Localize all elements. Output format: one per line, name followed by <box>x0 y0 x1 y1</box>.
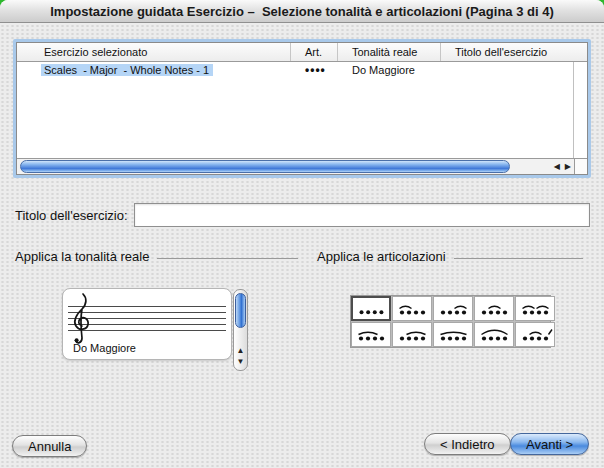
articulation-option[interactable] <box>351 296 391 321</box>
row-tonalita: Do Maggiore <box>338 64 441 76</box>
section-divider <box>454 258 583 259</box>
table-header: Esercizio selezionato Art. Tonalità real… <box>17 43 587 62</box>
cancel-button[interactable]: Annulla <box>12 435 87 457</box>
apply-key-section-label: Applica la tonalità reale <box>15 249 149 264</box>
horizontal-scrollbar[interactable]: ◀ ▶ <box>17 158 587 174</box>
articulation-option[interactable] <box>474 296 514 321</box>
column-header-titolo[interactable]: Titolo dell'esercizio <box>441 43 587 61</box>
scroll-right-icon[interactable]: ▶ <box>565 162 571 171</box>
articulation-grid <box>350 295 551 348</box>
scroll-left-icon[interactable]: ◀ <box>554 162 560 171</box>
wizard-window: Impostazione guidata Esercizio – Selezio… <box>0 0 604 468</box>
table-row[interactable]: Scales - Major - Whole Notes - 1 •••• Do… <box>17 62 587 78</box>
articulation-option[interactable] <box>351 322 391 347</box>
selected-exercise-name[interactable]: Scales - Major - Whole Notes - 1 <box>41 64 213 76</box>
table-gutter-divider <box>573 62 574 160</box>
exercise-title-label: Titolo dell'esercizio: <box>15 208 134 223</box>
scroll-up-icon[interactable]: ▲ <box>234 347 247 355</box>
table-body: Scales - Major - Whole Notes - 1 •••• Do… <box>17 62 587 160</box>
apply-articulations-section-label: Applica le articolazioni <box>317 249 446 264</box>
articulation-option[interactable] <box>433 322 473 347</box>
key-scrollbar-thumb[interactable] <box>235 293 246 328</box>
exercise-table: Esercizio selezionato Art. Tonalità real… <box>13 39 591 178</box>
treble-clef-icon <box>69 291 95 349</box>
articulation-option[interactable] <box>392 296 432 321</box>
window-titlebar[interactable]: Impostazione guidata Esercizio – Selezio… <box>0 0 604 23</box>
column-header-tonalita[interactable]: Tonalità reale <box>338 43 441 61</box>
section-divider <box>157 258 298 259</box>
articulation-option[interactable] <box>392 322 432 347</box>
next-button[interactable]: Avanti > <box>510 433 589 455</box>
articulation-option[interactable] <box>433 296 473 321</box>
scrollbar-corner <box>574 159 587 174</box>
row-articulation-dots: •••• <box>291 63 338 77</box>
key-scrollbar[interactable]: ▲ ▼ <box>233 289 248 371</box>
back-button[interactable]: < Indietro <box>424 433 511 455</box>
key-name-label: Do Maggiore <box>73 342 136 354</box>
horizontal-scrollbar-thumb[interactable] <box>20 160 510 173</box>
articulation-option[interactable] <box>474 322 514 347</box>
column-header-esercizio[interactable]: Esercizio selezionato <box>17 43 291 61</box>
exercise-title-input[interactable] <box>134 203 590 227</box>
articulation-option[interactable] <box>515 322 555 347</box>
articulation-option[interactable] <box>515 296 555 321</box>
scroll-down-icon[interactable]: ▼ <box>234 358 247 366</box>
column-header-art[interactable]: Art. <box>291 43 338 61</box>
window-title: Impostazione guidata Esercizio – Selezio… <box>50 4 554 19</box>
key-signature-preview: Do Maggiore <box>62 288 232 360</box>
